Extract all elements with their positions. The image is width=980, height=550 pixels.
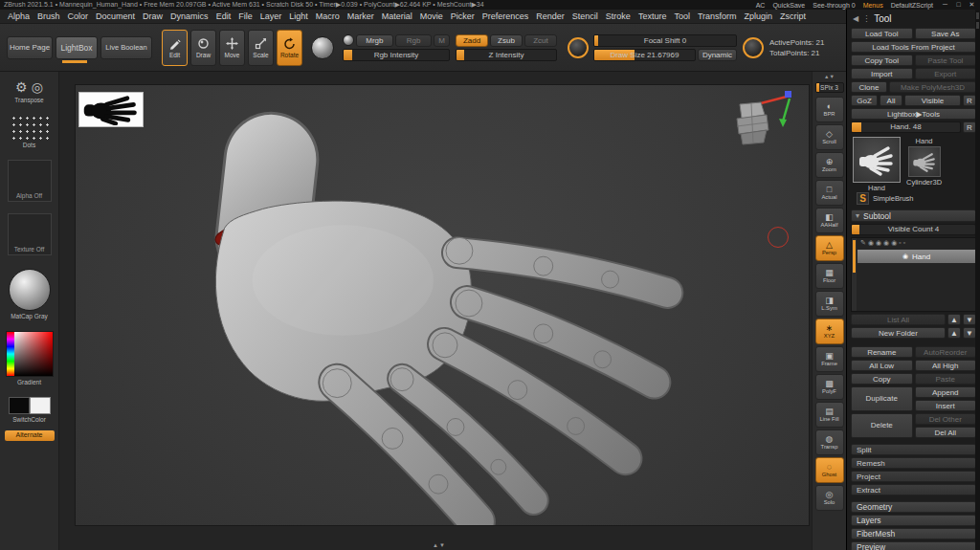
palette-section-header[interactable]: Layers	[851, 515, 976, 526]
subtool-scrollbar[interactable]	[852, 238, 857, 311]
zcut-button[interactable]: Zcut	[524, 34, 557, 47]
shelf-button[interactable]: ▦ Floor	[815, 263, 844, 289]
menu-item[interactable]: Material	[378, 11, 416, 21]
menu-item[interactable]: Draw	[139, 11, 167, 21]
shelf-button[interactable]: ◇ Scroll	[815, 124, 844, 150]
z-intensity-slider[interactable]: Z Intensity	[456, 49, 557, 61]
save-as-button[interactable]: Save As	[915, 28, 977, 39]
hue-strip[interactable]	[7, 332, 14, 376]
load-tools-from-project-button[interactable]: Load Tools From Project	[851, 41, 976, 53]
color-picker[interactable]	[6, 331, 54, 377]
mrgb-button[interactable]: Mrgb	[356, 34, 393, 47]
subtool-list[interactable]: ✎ ◉ ◉ ◉ ◉ ▫ ▫ ◉ Hand	[851, 237, 976, 312]
material-selector[interactable]	[9, 269, 51, 311]
saturation-value-square[interactable]	[14, 332, 53, 376]
home-page-button[interactable]: Home Page	[7, 36, 53, 59]
subtool-section-header[interactable]: ▾ Subtool	[851, 209, 976, 222]
recent-tool-thumbnail[interactable]	[908, 146, 941, 177]
menu-item[interactable]: Picker	[447, 11, 479, 21]
menu-item[interactable]: Macro	[312, 11, 344, 21]
shelf-button[interactable]: ◐ BPR	[815, 97, 844, 122]
eye-icon[interactable]: ◉	[883, 239, 889, 249]
tool-item-slider[interactable]: Hand. 48	[851, 121, 961, 133]
insert-button[interactable]: Insert	[915, 400, 977, 411]
load-tool-button[interactable]: Load Tool	[851, 28, 913, 39]
texture-selector[interactable]: Texture Off	[8, 213, 52, 255]
menu-item[interactable]: Brush	[33, 11, 64, 21]
focal-shift-slider[interactable]: Focal Shift 0	[593, 34, 737, 47]
live-boolean-button[interactable]: Live Boolean	[100, 36, 152, 59]
eye-icon[interactable]: ◉	[868, 239, 874, 249]
import-button[interactable]: Import	[851, 68, 913, 79]
default-zscript-button[interactable]: DefaultZScript	[891, 2, 933, 9]
shelf-button[interactable]: △ Persp	[815, 235, 844, 261]
alternate-button[interactable]: Alternate	[5, 430, 55, 441]
close-button[interactable]: ✕	[968, 1, 976, 9]
menu-item[interactable]: Render	[532, 11, 568, 21]
duplicate-button[interactable]: Duplicate	[851, 386, 913, 411]
shelf-button[interactable]: ∗ XYZ	[815, 319, 844, 344]
maximize-button[interactable]: □	[954, 1, 963, 9]
menu-item[interactable]: Alpha	[4, 11, 33, 21]
menu-item[interactable]: Marker	[344, 11, 378, 21]
append-button[interactable]: Append	[915, 386, 977, 398]
extract-section[interactable]: Extract	[851, 484, 976, 495]
lightbox-tools-button[interactable]: Lightbox▶Tools	[851, 108, 976, 120]
all-high-button[interactable]: All High	[915, 360, 977, 371]
alpha-selector[interactable]: Alpha Off	[8, 160, 52, 202]
visible-count-slider[interactable]: Visible Count 4	[851, 224, 976, 235]
rotate-mode-button[interactable]: Rotate	[277, 30, 302, 66]
subtool-down-button[interactable]: ▼	[963, 314, 976, 325]
document[interactable]	[75, 84, 810, 526]
secondary-color-swatch[interactable]	[30, 397, 51, 414]
menu-item[interactable]: Stroke	[602, 11, 635, 21]
quicksave-button[interactable]: QuickSave	[772, 2, 805, 9]
palette-menu-icon[interactable]: ⋮	[862, 14, 870, 23]
goz-r-button[interactable]: R	[963, 95, 976, 106]
delete-button[interactable]: Delete	[851, 413, 913, 438]
simplebrush-icon[interactable]: S	[857, 192, 869, 205]
menu-item[interactable]: Transform	[694, 11, 741, 21]
shelf-button[interactable]: □ Actual	[815, 180, 844, 206]
new-folder-button[interactable]: New Folder	[851, 327, 946, 339]
palette-section-header[interactable]: Preview	[851, 541, 976, 550]
palette-section-header[interactable]: FiberMesh	[851, 528, 976, 539]
primary-color-swatch[interactable]	[9, 397, 30, 414]
eye-icon[interactable]: ◉	[891, 239, 897, 249]
rename-button[interactable]: Rename	[851, 346, 913, 358]
shelf-scroll-arrows[interactable]: ▲▼	[824, 74, 835, 79]
eye-icon[interactable]: ◉	[902, 253, 908, 260]
goz-button[interactable]: GoZ	[851, 95, 878, 106]
palette-scrollbar[interactable]	[975, 10, 980, 550]
shelf-button[interactable]: ▩ PolyF	[815, 374, 844, 400]
menu-item[interactable]: Layer	[256, 11, 286, 21]
zsub-button[interactable]: Zsub	[490, 34, 523, 47]
collapse-panel-icon[interactable]: ◀	[853, 14, 858, 23]
del-all-button[interactable]: Del All	[915, 427, 977, 438]
menus-button[interactable]: Menus	[863, 2, 883, 9]
shelf-button[interactable]: ◌ Ghost	[815, 457, 844, 483]
subtool-item-selected[interactable]: ◉ Hand	[858, 250, 975, 263]
ring-icon[interactable]: ◎	[32, 79, 43, 95]
menu-item[interactable]: Stencil	[568, 11, 602, 21]
scale-mode-button[interactable]: Scale	[248, 30, 274, 66]
gear-icon[interactable]: ⚙	[15, 79, 28, 95]
clone-button[interactable]: Clone	[851, 81, 887, 93]
lightbox-button[interactable]: LightBox	[56, 36, 98, 59]
draw-mode-button[interactable]: Draw	[190, 30, 216, 66]
project-section[interactable]: Project	[851, 471, 976, 482]
menu-item[interactable]: Preferences	[479, 11, 533, 21]
canvas-scroll-arrows[interactable]: ▲▼	[433, 542, 446, 548]
draw-size-slider[interactable]: Draw Size 21.67969	[593, 49, 696, 61]
menu-item[interactable]: Tool	[670, 11, 694, 21]
spix-slider[interactable]: SPix 3	[815, 82, 844, 93]
m-button[interactable]: M	[434, 34, 450, 47]
folder-down-button[interactable]: ▼	[963, 327, 976, 339]
split-section[interactable]: Split	[851, 444, 976, 455]
remesh-section[interactable]: Remesh	[851, 457, 976, 469]
all-low-button[interactable]: All Low	[851, 360, 913, 371]
rgb-button[interactable]: Rgb	[395, 34, 433, 47]
shelf-button[interactable]: ⊕ Zoom	[815, 152, 844, 178]
menu-item[interactable]: Dynamics	[167, 11, 212, 21]
menu-item[interactable]: Light	[285, 11, 312, 21]
